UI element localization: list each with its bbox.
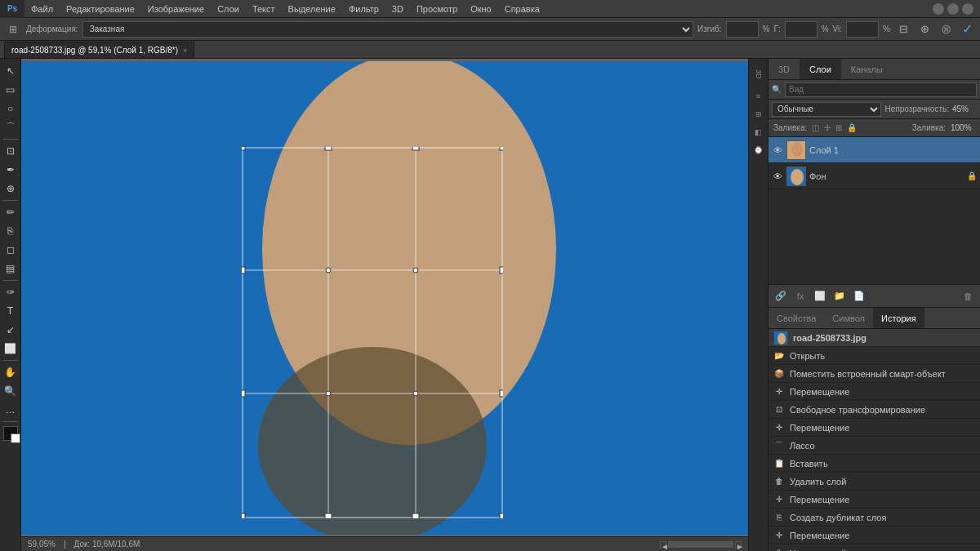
opacity-value[interactable]: 45% <box>952 104 977 113</box>
history-item-10[interactable]: ✛ Перемещение <box>768 527 980 544</box>
maximize-btn[interactable] <box>947 3 959 15</box>
status-bar: 59,05% | Док: 10,6M/10,6M ◄ ► <box>21 536 748 551</box>
new-layer-btn[interactable]: 📄 <box>850 287 868 305</box>
layer-1-visibility[interactable]: 👁 <box>772 144 783 156</box>
svg-point-18 <box>413 268 418 273</box>
menu-view[interactable]: Просмотр <box>410 0 464 17</box>
eraser-tool[interactable]: ◻ <box>2 241 20 259</box>
scroll-left-btn[interactable]: ◄ <box>660 541 666 548</box>
foreground-color[interactable] <box>3 426 18 441</box>
fill-value-label: Заливка: <box>912 123 946 132</box>
options-settings-icon[interactable]: ⊕ <box>915 20 933 38</box>
tab-history[interactable]: История <box>873 308 924 328</box>
pen-tool[interactable]: ✑ <box>2 283 20 301</box>
panel-strip-channels[interactable]: ⊞ <box>751 106 767 122</box>
lasso-tool[interactable]: ⌒ <box>2 118 20 136</box>
tab-3d[interactable]: 3D <box>768 59 800 79</box>
lock-all-icon[interactable]: 🔒 <box>847 123 857 132</box>
menu-filter[interactable]: Фильтр <box>342 0 385 17</box>
delete-layer-btn[interactable]: 🗑 <box>959 287 977 305</box>
history-item-11[interactable]: 🗑 Удалить слой <box>768 544 980 551</box>
layer-fx-btn[interactable]: fx <box>791 287 809 305</box>
more-tools-btn[interactable]: … <box>2 401 20 419</box>
history-source-item[interactable]: road-2508733.jpg <box>768 329 980 347</box>
eyedropper-tool[interactable]: ✒ <box>2 161 20 179</box>
menu-3d[interactable]: 3D <box>385 0 410 17</box>
panel-strip-layers[interactable]: ≡ <box>751 88 767 104</box>
panel-strip-properties[interactable]: ◧ <box>751 124 767 140</box>
close-btn[interactable] <box>962 3 973 15</box>
blend-mode-select[interactable]: Обычные <box>772 102 881 117</box>
tool-separator-3 <box>3 280 18 281</box>
history-item-5[interactable]: ⌒ Лассо <box>768 437 980 455</box>
canvas-area[interactable]: 59,05% | Док: 10,6M/10,6M ◄ ► <box>21 59 748 551</box>
clone-tool[interactable]: ⎘ <box>2 222 20 240</box>
link-layers-btn[interactable]: 🔗 <box>772 287 790 305</box>
brush-tool[interactable]: ✏ <box>2 203 20 221</box>
menu-layers[interactable]: Слои <box>211 0 246 17</box>
history-item-0[interactable]: 📂 Открыть <box>768 347 980 365</box>
history-icon-move-1: ✛ <box>773 386 785 398</box>
history-item-7[interactable]: 🗑 Удалить слой <box>768 473 980 491</box>
panel-strip-history[interactable]: ⌚ <box>751 142 767 158</box>
menu-text[interactable]: Текст <box>246 0 282 17</box>
menu-window[interactable]: Окно <box>464 0 498 17</box>
lock-move-icon[interactable]: ✛ <box>824 123 831 132</box>
svg-point-17 <box>326 268 331 273</box>
text-tool[interactable]: T <box>2 302 20 320</box>
crop-tool[interactable]: ⊡ <box>2 142 20 160</box>
tab-layers[interactable]: Слои <box>800 59 841 79</box>
fill-value[interactable]: 100% <box>951 123 975 132</box>
history-item-6[interactable]: 📋 Вставить <box>768 455 980 473</box>
vert-unit: % <box>883 24 890 33</box>
menu-image[interactable]: Изображение <box>141 0 211 17</box>
tab-properties[interactable]: Свойства <box>768 308 824 328</box>
minimize-btn[interactable] <box>933 3 944 15</box>
tab-symbol[interactable]: Символ <box>824 308 873 328</box>
history-icon-transform: ⊡ <box>773 404 785 415</box>
background-color[interactable] <box>11 433 20 443</box>
heal-tool[interactable]: ⊕ <box>2 180 20 198</box>
history-icon-open: 📂 <box>773 350 785 362</box>
history-item-9[interactable]: ⎘ Создать дубликат слоя <box>768 509 980 527</box>
vert-input[interactable]: 0.0 <box>846 21 879 38</box>
gradient-tool[interactable]: ▤ <box>2 260 20 278</box>
bend-input[interactable]: 0.0 <box>726 21 759 38</box>
layer-fon-visibility[interactable]: 👁 <box>772 171 783 182</box>
path-select-tool[interactable]: ↙ <box>2 321 20 339</box>
zoom-tool[interactable]: 🔍 <box>2 382 20 400</box>
new-group-btn[interactable]: 📁 <box>831 287 849 305</box>
menu-select[interactable]: Выделение <box>282 0 342 17</box>
layer-item-fon[interactable]: 👁 Фон 🔒 <box>768 163 980 189</box>
menu-file[interactable]: Файл <box>24 0 60 17</box>
horizontal-scrollbar[interactable] <box>668 541 733 548</box>
rect-marquee-tool[interactable]: ▭ <box>2 81 20 99</box>
history-item-4[interactable]: ✛ Перемещение <box>768 419 980 437</box>
history-item-8[interactable]: ✛ Перемещение <box>768 491 980 509</box>
scroll-right-btn[interactable]: ► <box>735 541 742 548</box>
lock-artboard-icon[interactable]: ⊞ <box>835 123 842 132</box>
document-tab[interactable]: road-2508733.jpg @ 59,1% (Слой 1, RGB/8*… <box>4 42 194 58</box>
tab-bar: road-2508733.jpg @ 59,1% (Слой 1, RGB/8*… <box>0 41 980 59</box>
ellipse-marquee-tool[interactable]: ○ <box>2 100 20 118</box>
menu-help[interactable]: Справка <box>498 0 546 17</box>
layer-item-1[interactable]: 👁 Слой 1 <box>768 137 980 163</box>
cancel-transform-btn[interactable]: ⊗ <box>937 20 955 38</box>
lock-pixel-icon[interactable]: ◫ <box>812 123 819 132</box>
history-item-1[interactable]: 📦 Поместить встроенный смарт-объект <box>768 365 980 383</box>
tab-channels[interactable]: Каналы <box>841 59 893 79</box>
history-item-2[interactable]: ✛ Перемещение <box>768 383 980 401</box>
layers-search-input[interactable] <box>785 82 977 97</box>
add-mask-btn[interactable]: ⬜ <box>811 287 829 305</box>
history-item-3[interactable]: ⊡ Свободное трансформирование <box>768 401 980 419</box>
confirm-transform-btn[interactable]: ✓ <box>958 20 976 38</box>
hand-tool[interactable]: ✋ <box>2 363 20 381</box>
menu-edit[interactable]: Редактирование <box>60 0 141 17</box>
warp-mode-select[interactable]: Заказная <box>82 21 693 38</box>
arrange-icon[interactable]: ⊟ <box>894 20 912 38</box>
horiz-input[interactable]: 0.0 <box>785 21 817 38</box>
panel-strip-3d[interactable]: 3D <box>751 62 767 87</box>
tab-close-btn[interactable]: × <box>183 47 187 55</box>
shape-tool[interactable]: ⬜ <box>2 340 20 358</box>
move-tool[interactable]: ↖ <box>2 62 20 80</box>
